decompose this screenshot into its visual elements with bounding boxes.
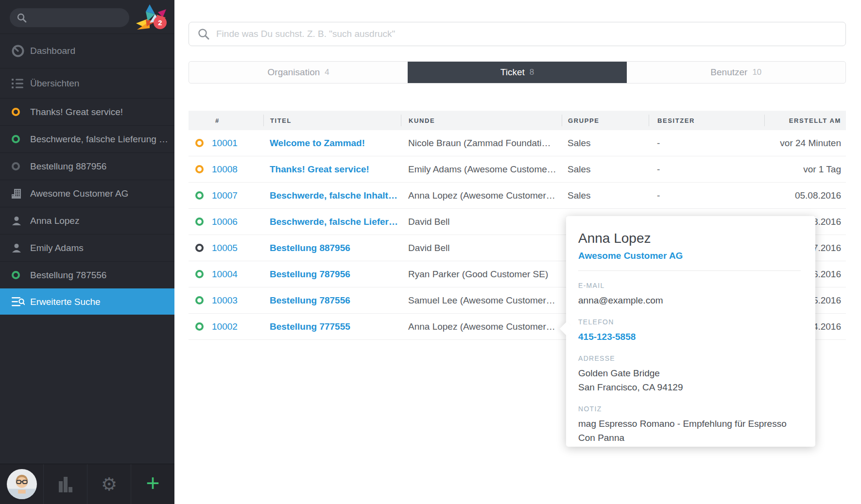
user-person-icon <box>12 216 30 226</box>
settings-button[interactable]: ⚙ <box>87 464 131 504</box>
sidebar-footer: ⚙ + <box>0 464 174 504</box>
ticket-title-link[interactable]: Bestellung 777555 <box>263 321 401 332</box>
sidebar-item-label: Erweiterte Suche <box>30 297 101 307</box>
table-row[interactable]: 10007 Beschwerde, falsche Inhalt… Anna L… <box>189 183 846 209</box>
table-row[interactable]: 10001 Welcome to Zammad! Nicole Braun (Z… <box>189 130 846 156</box>
ticket-group: Sales <box>562 164 649 175</box>
ticket-status-icon <box>195 270 204 278</box>
ticket-group: Sales <box>562 190 649 201</box>
sidebar-recent-organization[interactable]: Awesome Customer AG <box>0 180 174 207</box>
recent-item-label: Anna Lopez <box>30 216 79 226</box>
sidebar-recent-ticket[interactable]: Bestellung 787556 <box>0 261 174 288</box>
ticket-title-link[interactable]: Thanks! Great service! <box>263 164 401 175</box>
advanced-search-icon <box>12 297 30 307</box>
ticket-number-link[interactable]: 10007 <box>212 190 238 201</box>
ticket-number-link[interactable]: 10004 <box>212 269 238 280</box>
popover-divider <box>578 270 801 271</box>
tab-label: Organisation <box>268 67 320 78</box>
sidebar-item-dashboard[interactable]: Dashboard <box>0 34 174 68</box>
sidebar-item-overviews[interactable]: Übersichten <box>0 68 174 98</box>
email-value: anna@example.com <box>578 293 801 307</box>
ticket-created-at: vor 1 Tag <box>764 164 846 175</box>
ticket-title-link[interactable]: Bestellung 787956 <box>263 269 401 280</box>
ticket-status-icon <box>195 218 204 226</box>
column-header-besitzer[interactable]: BESITZER <box>649 115 764 126</box>
ticket-status-icon <box>12 135 20 143</box>
note-label: NOTIZ <box>578 405 801 413</box>
ticket-owner: - <box>649 190 764 201</box>
ticket-customer: Ryan Parker (Good Customer SE) <box>401 269 562 280</box>
tab-count: 8 <box>530 67 534 77</box>
ticket-number-link[interactable]: 10001 <box>212 138 238 149</box>
search-icon <box>198 28 209 40</box>
ticket-customer: Emily Adams (Awesome Custome… <box>401 164 562 175</box>
column-header-kunde[interactable]: KUNDE <box>401 115 562 126</box>
ticket-created-at: vor 24 Minuten <box>764 138 846 149</box>
ticket-number-link[interactable]: 10006 <box>212 217 238 227</box>
user-detail-popover: Anna Lopez Awesome Customer AG E-MAIL an… <box>566 216 815 447</box>
sidebar-search-input[interactable] <box>32 13 124 23</box>
ticket-title-link[interactable]: Bestellung 887956 <box>263 243 401 253</box>
ticket-status-icon <box>195 165 204 173</box>
sidebar-search-box[interactable] <box>10 8 129 27</box>
ticket-number-link[interactable]: 10008 <box>212 164 238 175</box>
recent-item-label: Emily Adams <box>30 243 84 253</box>
sidebar-recent-ticket[interactable]: Bestellung 887956 <box>0 152 174 180</box>
sidebar: 2 Dashboard <box>0 0 174 504</box>
ticket-title-link[interactable]: Beschwerde, falsche Inhalt… <box>263 190 401 201</box>
tab-count: 10 <box>752 67 761 77</box>
sidebar-recent-ticket[interactable]: Beschwerde, falsche Lieferung … <box>0 125 174 152</box>
tab-ticket[interactable]: Ticket 8 <box>408 62 626 83</box>
ticket-number-link[interactable]: 10002 <box>212 321 238 332</box>
tab-label: Benutzer <box>710 67 747 78</box>
column-header-number[interactable]: # <box>189 115 263 126</box>
dashboard-gauge-icon <box>12 45 30 57</box>
sidebar-recent-user[interactable]: Emily Adams <box>0 234 174 261</box>
tab-label: Ticket <box>500 67 525 78</box>
column-header-titel[interactable]: TITEL <box>263 115 401 126</box>
popover-organization-link[interactable]: Awesome Customer AG <box>578 251 801 261</box>
table-header-row: # TITEL KUNDE GRUPPE BESITZER ERSTELLT A… <box>189 111 846 130</box>
recent-item-label: Beschwerde, falsche Lieferung … <box>30 134 168 145</box>
column-header-gruppe[interactable]: GRUPPE <box>562 115 649 126</box>
ticket-customer: Samuel Lee (Awesome Customer… <box>401 295 562 306</box>
ticket-customer: Nicole Braun (Zammad Foundati… <box>401 138 562 149</box>
ticket-owner: - <box>649 138 764 149</box>
phone-link[interactable]: 415-123-5858 <box>578 330 801 344</box>
ticket-status-icon <box>195 322 204 331</box>
sidebar-item-label: Übersichten <box>30 78 79 89</box>
global-search-input[interactable] <box>216 29 799 39</box>
tab-organisation[interactable]: Organisation 4 <box>189 62 408 83</box>
ticket-owner: - <box>649 164 764 175</box>
recent-item-label: Thanks! Great service! <box>30 107 123 118</box>
tab-benutzer[interactable]: Benutzer 10 <box>627 62 845 83</box>
stats-button[interactable] <box>43 464 87 504</box>
user-person-icon <box>12 243 30 253</box>
ticket-title-link[interactable]: Bestellung 787556 <box>263 295 401 306</box>
ticket-number-link[interactable]: 10005 <box>212 243 238 253</box>
ticket-number-link[interactable]: 10003 <box>212 295 238 306</box>
search-icon <box>17 13 27 23</box>
ticket-customer: Anna Lopez (Awesome Customer… <box>401 321 562 332</box>
recent-item-label: Bestellung 887956 <box>30 161 106 172</box>
sidebar-recent-user[interactable]: Anna Lopez <box>0 207 174 234</box>
global-search-box[interactable] <box>189 22 846 46</box>
new-ticket-button[interactable]: + <box>131 464 174 504</box>
ticket-customer: David Bell <box>401 243 562 253</box>
sidebar-item-advanced-search[interactable]: Erweiterte Suche <box>0 288 174 315</box>
plus-icon: + <box>146 471 159 495</box>
ticket-title-link[interactable]: Beschwerde, falsche Liefer… <box>263 217 401 227</box>
ticket-title-link[interactable]: Welcome to Zammad! <box>263 138 401 149</box>
recent-item-label: Bestellung 787556 <box>30 270 106 281</box>
column-header-erstellt-am[interactable]: ERSTELLT AM <box>764 115 846 126</box>
ticket-created-at: 05.08.2016 <box>764 190 846 201</box>
ticket-status-icon <box>195 296 204 304</box>
ticket-customer: Anna Lopez (Awesome Customer… <box>401 190 562 201</box>
sidebar-recent-ticket[interactable]: Thanks! Great service! <box>0 98 174 125</box>
gear-icon: ⚙ <box>101 475 117 493</box>
user-avatar-button[interactable] <box>0 464 43 504</box>
email-label: E-MAIL <box>578 282 801 289</box>
ticket-customer: David Bell <box>401 217 562 227</box>
zammad-app-window: 2 Dashboard <box>0 0 861 504</box>
table-row[interactable]: 10008 Thanks! Great service! Emily Adams… <box>189 156 846 183</box>
